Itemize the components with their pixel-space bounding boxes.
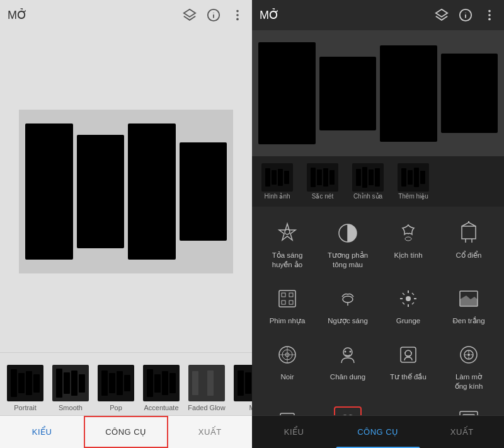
filter-faded-glow[interactable]: Faded Glow (184, 361, 229, 415)
tool-lam-mo-ong-kinh[interactable]: Làm mờống kính (441, 336, 496, 396)
tool-grunge[interactable]: Grunge (381, 280, 436, 331)
tool-chan-dung[interactable]: Chân dung (320, 336, 375, 396)
lam-mo-net-anh-icon (273, 406, 301, 415)
right-bar-2 (319, 57, 377, 130)
tool-row-3: Noir Chân dung (252, 333, 504, 399)
svg-line-35 (412, 293, 414, 295)
tools-grid: Tỏa sánghuyền ảo Tương phảntông màu (252, 207, 504, 415)
tool-co-dien[interactable]: Cổ điển (441, 214, 496, 275)
lam-mo-ong-kinh-icon (455, 341, 483, 369)
tool-label-grunge: Grunge (396, 316, 420, 326)
filter-label-faded: Faded Glow (188, 404, 225, 411)
svg-point-11 (488, 10, 491, 13)
filter-thumb-portrait (7, 365, 43, 401)
tool-tu-the-dau[interactable]: Tư thế đầu (381, 336, 436, 396)
right-title: MỞ (260, 8, 435, 22)
tool-tuong-phan[interactable]: Tương phảntông màu (320, 214, 375, 275)
right-thumb-4 (398, 163, 429, 192)
bar-2 (77, 135, 125, 248)
tool-toa-sang[interactable]: Tỏa sánghuyền ảo (260, 214, 315, 275)
tool-row-4: Làm mờnét ảnh Phơi sángkép Tt (252, 399, 504, 415)
tool-label-lam-mo-ong-kinh: Làm mờống kính (455, 372, 483, 391)
right-filter-hinhanh[interactable]: Hình ảnh (255, 161, 300, 202)
tool-noir[interactable]: Noir (260, 336, 315, 396)
svg-rect-25 (282, 301, 285, 304)
right-filter-label-3: Chỉnh sửa (353, 193, 382, 200)
svg-rect-24 (289, 293, 293, 297)
filter-portrait[interactable]: Portrait (3, 361, 48, 415)
svg-line-34 (403, 293, 404, 295)
noir-icon (273, 341, 301, 369)
filter-pop[interactable]: Pop (93, 361, 139, 415)
chan-dung-icon (334, 341, 362, 369)
svg-point-5 (236, 14, 239, 16)
svg-marker-7 (436, 9, 447, 17)
tu-the-dau-icon (394, 341, 422, 369)
tool-den-trang[interactable]: Đen trắng (441, 280, 496, 331)
right-bar-4 (441, 54, 498, 133)
info-icon[interactable] (207, 8, 220, 22)
bar-4 (180, 142, 227, 241)
filter-label-accentuate: Accentuate (144, 404, 178, 411)
khung-icon (455, 406, 483, 415)
filter-m[interactable]: M (229, 361, 252, 415)
tool-label-nguoc-sang: Ngược sáng (328, 316, 368, 326)
svg-point-4 (236, 10, 239, 13)
svg-point-13 (488, 18, 491, 21)
left-filter-strip: Portrait Smooth Pop (0, 352, 252, 415)
layers-icon[interactable] (183, 8, 197, 22)
tool-label-kich-tinh: Kịch tính (394, 251, 422, 260)
svg-point-49 (404, 352, 406, 353)
filter-smooth[interactable]: Smooth (48, 361, 93, 415)
left-nav-cong-cu[interactable]: CÔNG CỤ (84, 416, 168, 448)
canvas-container (19, 110, 233, 273)
right-image-area (252, 30, 504, 156)
left-nav-kieu[interactable]: KIỂU (0, 416, 84, 448)
svg-rect-26 (289, 301, 293, 304)
svg-marker-0 (184, 9, 195, 17)
svg-point-27 (343, 296, 353, 302)
left-nav-xuat[interactable]: XUẤT (168, 416, 252, 448)
right-more-icon[interactable] (483, 8, 496, 22)
bar-1 (25, 123, 73, 260)
tool-nguoc-sang[interactable]: Ngược sáng (320, 280, 375, 331)
svg-line-37 (403, 302, 404, 304)
right-info-icon[interactable] (459, 8, 472, 22)
right-filter-themhieu[interactable]: Thêm hiệu (391, 161, 436, 202)
svg-point-50 (411, 352, 412, 353)
filter-label-smooth: Smooth (59, 404, 83, 411)
right-nav-kieu[interactable]: KIỂU (252, 416, 336, 448)
right-thumb-2 (307, 163, 338, 192)
more-icon[interactable] (231, 8, 244, 22)
phoi-sang-kep-icon (334, 406, 362, 415)
right-filter-sacnet[interactable]: Sắc nét (300, 161, 345, 202)
left-image-area (0, 30, 252, 352)
tool-van-ban[interactable]: Tt Văn bản (381, 401, 436, 415)
svg-point-18 (405, 237, 411, 241)
filter-accentuate[interactable]: Accentuate (139, 361, 184, 415)
tool-label-toa-sang: Tỏa sánghuyền ảo (272, 251, 303, 270)
right-nav-xuat[interactable]: XUẤT (420, 416, 504, 448)
tool-phoi-sang-kep[interactable]: Phơi sángkép (320, 401, 375, 415)
tool-kich-tinh[interactable]: Kịch tính (381, 214, 436, 275)
right-filter-chinhsua[interactable]: Chỉnh sửa (345, 161, 391, 202)
tool-phim-nhua[interactable]: Phim nhựa (260, 280, 315, 331)
tool-label-den-trang: Đen trắng (452, 316, 484, 326)
svg-point-15 (285, 229, 290, 234)
van-ban-icon: Tt (394, 406, 422, 415)
tool-lam-mo-net-anh[interactable]: Làm mờnét ảnh (260, 401, 315, 415)
grunge-icon (394, 285, 422, 313)
right-filter-strip: Hình ảnh Sắc nét Chỉnh sửa (252, 156, 504, 207)
tool-khung[interactable]: Khung (441, 401, 496, 415)
filter-thumb-smooth (52, 365, 89, 401)
left-header: MỞ (0, 0, 252, 30)
den-trang-icon (455, 285, 483, 313)
tool-label-tuong-phan: Tương phảntông màu (328, 251, 368, 270)
right-layers-icon[interactable] (435, 8, 449, 22)
phim-nhua-icon (273, 285, 301, 313)
svg-marker-14 (279, 224, 295, 240)
svg-line-36 (412, 302, 414, 304)
tool-label-chan-dung: Chân dung (330, 372, 365, 382)
right-nav-cong-cu[interactable]: CÔNG CỤ (336, 416, 420, 448)
filter-thumb-accentuate (143, 365, 180, 401)
